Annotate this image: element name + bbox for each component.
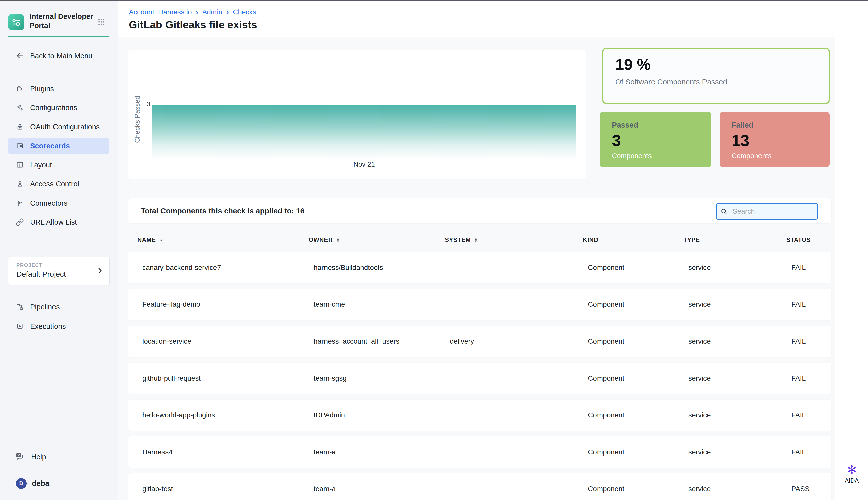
breadcrumb-separator-icon: › — [196, 7, 198, 16]
sidebar-item-label: Connectors — [30, 199, 67, 207]
page-title: GitLab Gitleaks file exists — [129, 19, 257, 31]
sidebar-item-label: Access Control — [30, 180, 79, 188]
percent-passed-card: 19 % Of Software Components Passed — [602, 48, 830, 104]
percent-label: Of Software Components Passed — [615, 78, 727, 86]
col-label: KIND — [583, 237, 599, 243]
cell-status: PASS — [791, 485, 831, 493]
cell-owner: team-a — [314, 485, 450, 493]
cell-status: FAIL — [791, 337, 831, 345]
failed-count: 13 — [732, 131, 749, 150]
col-header-type[interactable]: TYPE — [683, 237, 786, 243]
project-selector[interactable]: PROJECT Default Project — [8, 257, 110, 285]
cell-type: service — [688, 448, 791, 456]
sidebar-item-oauth-configurations[interactable]: OAuth Configurations — [0, 117, 118, 136]
cell-type: service — [688, 411, 791, 419]
brand-underline — [8, 36, 109, 37]
sidebar-item-scorecards[interactable]: Scorecards — [0, 136, 118, 155]
search-field[interactable] — [716, 203, 818, 220]
app-switcher-grid-icon[interactable] — [97, 17, 106, 26]
breadcrumb-account-link[interactable]: Account: Harness.io — [129, 8, 192, 16]
sidebar-item-plugins[interactable]: Plugins — [0, 79, 118, 98]
total-components-text: Total Components this check is applied t… — [141, 198, 304, 223]
project-label: PROJECT — [16, 262, 43, 268]
scorecard-icon — [15, 141, 24, 150]
sidebar-item-layout[interactable]: Layout — [0, 155, 118, 174]
aida-assistant-button[interactable]: AIDA — [835, 464, 868, 484]
table-row[interactable]: Feature-flag-demo team-cme Component ser… — [128, 289, 831, 320]
chart-x-tick: Nov 21 — [153, 161, 576, 168]
user-menu[interactable]: D deba — [0, 475, 118, 492]
sidebar-item-label: Plugins — [30, 84, 54, 93]
cell-owner: harness_account_all_users — [314, 337, 450, 345]
col-header-system[interactable]: SYSTEM ▲▼ — [445, 237, 583, 243]
checks-passed-chart: Checks Passed 3 Nov 21 — [128, 50, 586, 179]
breadcrumb-checks-link[interactable]: Checks — [233, 8, 256, 16]
help-label: Help — [31, 453, 46, 461]
sidebar-item-connectors[interactable]: Connectors — [0, 194, 118, 213]
passed-title: Passed — [612, 121, 638, 129]
sort-asc-icon: ▲ — [159, 238, 164, 242]
cell-kind: Component — [588, 485, 688, 493]
sidebar-item-access-control[interactable]: Access Control — [0, 174, 118, 194]
sidebar-item-pipelines[interactable]: Pipelines — [0, 299, 118, 315]
cell-status: FAIL — [791, 300, 831, 308]
table-row[interactable]: github-pull-request team-sgsg Component … — [128, 363, 831, 394]
chevron-right-icon — [96, 266, 104, 275]
cell-owner: team-cme — [314, 300, 450, 308]
table-row[interactable]: gitlab-test team-a Component service PAS… — [128, 474, 831, 500]
aida-flower-icon — [846, 464, 858, 476]
col-header-owner[interactable]: OWNER ▲▼ — [309, 237, 445, 243]
cell-status: FAIL — [791, 263, 831, 272]
breadcrumb-admin-link[interactable]: Admin — [202, 8, 222, 16]
cell-name: gitlab-test — [142, 485, 314, 493]
sidebar-item-label: Pipelines — [30, 303, 60, 311]
chart-y-tick: 3 — [143, 100, 151, 108]
cell-type: service — [688, 263, 791, 272]
search-icon — [720, 207, 727, 215]
cell-name: Feature-flag-demo — [142, 300, 314, 308]
table-row[interactable]: canary-backend-service7 harness/Buildand… — [128, 252, 831, 283]
cell-system: delivery — [450, 337, 588, 345]
col-label: NAME — [137, 237, 156, 243]
right-panel-strip: AIDA — [835, 1, 868, 500]
lock-icon — [15, 123, 24, 131]
col-header-kind[interactable]: KIND — [583, 237, 683, 243]
sort-both-icon: ▲▼ — [474, 237, 478, 243]
help-button[interactable]: ? Help — [0, 448, 118, 465]
sidebar-divider — [8, 64, 109, 64]
search-input[interactable] — [732, 207, 806, 216]
cell-status: FAIL — [791, 374, 831, 382]
breadcrumb: Account: Harness.io › Admin › Checks — [129, 8, 256, 16]
cell-owner: harness/Buildandtools — [314, 263, 450, 272]
cell-owner: IDPAdmin — [314, 411, 450, 419]
sidebar-divider — [8, 445, 109, 446]
sidebar-item-label: Configurations — [30, 104, 77, 112]
idp-logo-icon — [8, 14, 24, 30]
cell-name: location-service — [142, 337, 314, 345]
link-icon — [15, 218, 24, 226]
back-to-main-menu-button[interactable]: Back to Main Menu — [0, 48, 118, 64]
main-content: Checks Passed 3 Nov 21 19 % Of Software … — [118, 37, 835, 500]
table-row[interactable]: Harness4 team-a Component service FAIL — [128, 436, 831, 468]
components-summary-bar: Total Components this check is applied t… — [128, 198, 831, 223]
username: deba — [32, 479, 49, 488]
chart-area-series — [153, 105, 576, 164]
table-row[interactable]: location-service harness_account_all_use… — [128, 326, 831, 357]
cell-name: Harness4 — [142, 448, 314, 456]
cell-kind: Component — [588, 263, 688, 272]
svg-text:?: ? — [18, 453, 20, 457]
sidebar-item-executions[interactable]: Executions — [0, 318, 118, 334]
failed-stat-card: Failed 13 Components — [720, 112, 830, 168]
person-icon — [15, 180, 24, 188]
col-header-name[interactable]: NAME ▲ — [137, 237, 309, 243]
cell-owner: team-a — [314, 448, 450, 456]
sidebar-item-configurations[interactable]: Configurations — [0, 98, 118, 117]
cell-kind: Component — [588, 300, 688, 308]
passed-sub-label: Components — [612, 152, 652, 160]
table-row[interactable]: hello-world-app-plugins IDPAdmin Compone… — [128, 400, 831, 431]
cell-status: FAIL — [791, 448, 831, 456]
sidebar-item-label: URL Allow List — [30, 218, 77, 226]
sidebar-item-url-allow-list[interactable]: URL Allow List — [0, 213, 118, 232]
col-header-status[interactable]: STATUS — [786, 237, 831, 243]
col-label: STATUS — [786, 237, 811, 243]
